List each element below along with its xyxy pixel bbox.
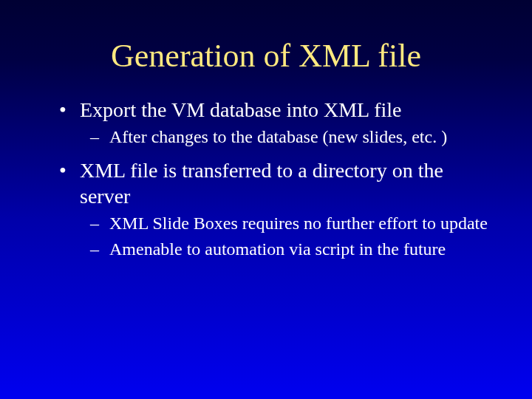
sub-bullet-item: After changes to the database (new slide… xyxy=(80,126,488,149)
slide-body: Export the VM database into XML file Aft… xyxy=(59,97,488,262)
slide-title: Generation of XML file xyxy=(44,0,488,97)
sub-bullet-text: Amenable to automation via script in the… xyxy=(109,239,446,259)
sub-bullet-item: Amenable to automation via script in the… xyxy=(80,238,488,261)
bullet-text: Export the VM database into XML file xyxy=(80,98,401,121)
bullet-text: XML file is transferred to a directory o… xyxy=(80,159,443,208)
bullet-list-level2: After changes to the database (new slide… xyxy=(80,126,488,149)
bullet-list-level2: XML Slide Boxes requires no further effo… xyxy=(80,212,488,261)
slide: Generation of XML file Export the VM dat… xyxy=(0,0,532,399)
bullet-list-level1: Export the VM database into XML file Aft… xyxy=(59,97,488,262)
sub-bullet-item: XML Slide Boxes requires no further effo… xyxy=(80,212,488,235)
bullet-item: XML file is transferred to a directory o… xyxy=(59,157,488,261)
sub-bullet-text: After changes to the database (new slide… xyxy=(109,127,447,146)
sub-bullet-text: XML Slide Boxes requires no further effo… xyxy=(109,214,488,233)
bullet-item: Export the VM database into XML file Aft… xyxy=(59,97,488,149)
